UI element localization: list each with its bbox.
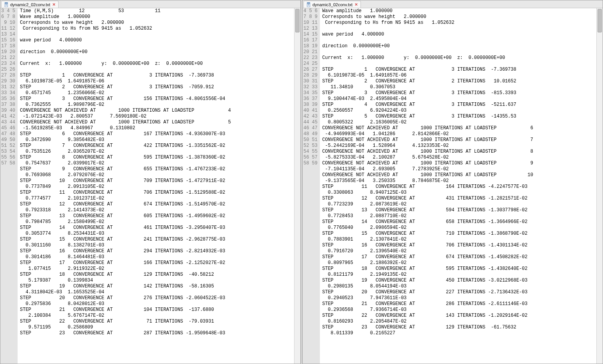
close-icon[interactable]: ✕ (354, 3, 358, 7)
file-icon (4, 2, 9, 7)
right-scrollbar[interactable] (596, 8, 603, 364)
left-tab-label: dynamic2_02conv.txt (10, 2, 50, 7)
file-icon (306, 2, 311, 7)
right-scrollbar-thumb[interactable] (598, 9, 602, 32)
close-icon[interactable]: ✕ (52, 3, 56, 7)
right-tab[interactable]: dynamic3_02conv.txt ✕ (303, 1, 361, 8)
svg-rect-6 (307, 2, 310, 3)
left-scrollbar-thumb[interactable] (295, 9, 300, 32)
split-container: dynamic2_02conv.txt ✕ 3 4 5 6 7 8 9 10 1… (0, 0, 603, 364)
right-code[interactable]: Wave amplitude 1.000000 Corresponds to w… (320, 8, 596, 364)
left-code[interactable]: Time (H,M,S) 12 53 11 Wave amplitude 1.0… (18, 8, 294, 364)
right-editor[interactable]: 4 5 6 7 8 9 10 11 12 13 14 15 16 17 18 1… (303, 8, 603, 364)
left-tab[interactable]: dynamic2_02conv.txt ✕ (1, 1, 59, 8)
right-tab-label: dynamic3_02conv.txt (312, 2, 353, 7)
svg-rect-1 (5, 2, 8, 3)
left-scrollbar[interactable] (294, 8, 300, 364)
left-gutter: 3 4 5 6 7 8 9 10 11 12 13 14 15 16 17 18… (0, 8, 18, 364)
right-tab-bar: dynamic3_02conv.txt ✕ (303, 0, 603, 8)
right-gutter: 4 5 6 7 8 9 10 11 12 13 14 15 16 17 18 1… (303, 8, 320, 364)
left-pane: dynamic2_02conv.txt ✕ 3 4 5 6 7 8 9 10 1… (0, 0, 301, 364)
left-tab-bar: dynamic2_02conv.txt ✕ (0, 0, 300, 8)
right-pane: dynamic3_02conv.txt ✕ 4 5 6 7 8 9 10 11 … (302, 0, 603, 364)
left-editor[interactable]: 3 4 5 6 7 8 9 10 11 12 13 14 15 16 17 18… (0, 8, 300, 364)
